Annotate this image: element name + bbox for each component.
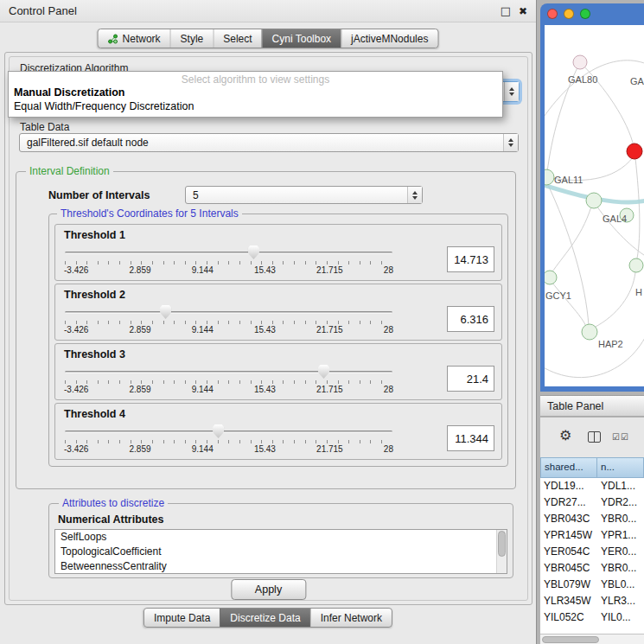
scrollbar-thumb[interactable] (542, 636, 599, 643)
threshold-4-label: Threshold 4 (64, 408, 494, 420)
slider-track[interactable] (65, 252, 392, 254)
table-cell[interactable]: YDR2... (597, 494, 644, 511)
slider-thumb[interactable] (160, 305, 171, 319)
close-icon[interactable]: ✖ (519, 6, 527, 16)
column-header-shared-name[interactable]: shared... (540, 457, 597, 478)
threshold-1-slider[interactable]: -3.426 2.859 9.144 15.43 21.715 28 (64, 243, 393, 276)
number-of-intervals-combobox[interactable]: 5 (185, 186, 423, 204)
close-traffic-light-icon[interactable] (547, 9, 558, 19)
table-cell[interactable]: YBR045C (540, 560, 597, 577)
zoom-traffic-light-icon[interactable] (580, 9, 590, 19)
tab-impute-data[interactable]: Impute Data (144, 609, 220, 627)
tab-cyni-toolbox[interactable]: Cyni Toolbox (262, 29, 341, 48)
threshold-3-value-field[interactable]: 21.4 (447, 366, 494, 392)
table-cell[interactable]: YDR27... (540, 494, 597, 511)
scale-label: 28 (384, 444, 393, 454)
threshold-1-value-field[interactable]: 14.713 (447, 246, 494, 272)
horizontal-scrollbar[interactable] (540, 634, 644, 644)
minimize-traffic-light-icon[interactable] (564, 9, 574, 19)
table-cell[interactable]: YBR0... (597, 560, 644, 577)
scale-label: -3.426 (64, 385, 88, 394)
threshold-2-slider[interactable]: -3.426 2.859 9.144 15.43 21.715 28 (64, 303, 393, 335)
table-row[interactable]: YBL079WYBL0... (540, 577, 644, 593)
table-cell[interactable]: YPR145W (540, 527, 597, 544)
scale-label: 9.144 (192, 385, 214, 394)
network-node-selected[interactable] (627, 143, 642, 159)
slider-track[interactable] (65, 430, 392, 433)
table-row[interactable]: YER054CYER0... (540, 544, 644, 560)
combobox-stepper-icon (503, 134, 518, 151)
network-canvas[interactable]: GAL80 GA GAL11 GAL4 GCY1 HAP2 H (545, 25, 644, 386)
table-panel-header[interactable]: Table Panel (540, 395, 644, 417)
tab-label: Select (223, 33, 252, 45)
table-cell[interactable]: YBR043C (540, 511, 597, 527)
table-cell[interactable]: YBL0... (597, 577, 644, 593)
table-row[interactable]: YIL052CYIL0... (540, 609, 644, 626)
slider-thumb[interactable] (213, 424, 224, 438)
list-scrollbar[interactable] (496, 530, 507, 573)
float-window-icon[interactable]: □ (501, 5, 511, 16)
table-cell[interactable]: YDL19... (540, 478, 597, 494)
network-node[interactable] (545, 169, 554, 185)
control-panel-window: Control Panel □ ✖ Network Style Select C… (0, 0, 537, 644)
combobox-stepper-icon (407, 187, 422, 203)
scale-label: 28 (384, 325, 393, 335)
tab-discretize-data[interactable]: Discretize Data (220, 609, 309, 627)
dropdown-option-manual-discretization[interactable]: Manual Discretization (9, 86, 502, 99)
tab-style[interactable]: Style (170, 29, 214, 48)
table-cell[interactable]: YDL1... (597, 478, 644, 494)
table-data-combobox[interactable]: galFiltered.sif default node (19, 133, 519, 152)
network-node[interactable] (629, 258, 643, 272)
select-columns-checkboxes-icon[interactable]: ☑☑ (612, 433, 629, 442)
apply-button[interactable]: Apply (231, 579, 306, 600)
table-data-label: Table Data (20, 121, 69, 133)
table-cell[interactable]: YLR345W (540, 593, 597, 609)
table-row[interactable]: YLR345WYLR3... (540, 593, 644, 609)
scale-label: 9.144 (192, 444, 214, 454)
table-row[interactable]: YDR27...YDR2... (540, 494, 644, 511)
tab-network[interactable]: Network (99, 29, 170, 48)
table-cell[interactable]: YIL0... (597, 609, 644, 626)
table-cell[interactable]: YBR0... (597, 511, 644, 527)
scrollbar-thumb[interactable] (498, 531, 506, 557)
columns-icon[interactable] (588, 431, 601, 443)
network-node[interactable] (586, 193, 602, 208)
tab-infer-network[interactable]: Infer Network (310, 609, 392, 627)
slider-track[interactable] (65, 311, 392, 314)
attributes-to-discretize-group: Attributes to discretize Numerical Attri… (48, 497, 513, 578)
gear-icon[interactable]: ⚙ (559, 429, 571, 443)
threshold-4-value-field[interactable]: 11.344 (447, 425, 494, 451)
numerical-attributes-list[interactable]: SelfLoops TopologicalCoefficient Between… (54, 529, 507, 574)
table-row[interactable]: YDL19...YDL1... (540, 478, 644, 494)
scale-label: 15.43 (254, 325, 276, 335)
table-cell[interactable]: YPR1... (597, 527, 644, 544)
threshold-4-slider[interactable]: -3.426 2.859 9.144 15.43 21.715 28 (64, 422, 393, 455)
tab-select[interactable]: Select (213, 29, 261, 48)
tab-jactivemnodules[interactable]: jActiveMNodules (341, 29, 437, 48)
slider-thumb[interactable] (248, 245, 259, 259)
table-cell[interactable]: YLR3... (597, 593, 644, 609)
network-graph[interactable]: GAL80 GA GAL11 GAL4 GCY1 HAP2 H (545, 25, 644, 386)
list-item-topologicalcoefficient[interactable]: TopologicalCoefficient (55, 545, 507, 559)
slider-track[interactable] (65, 371, 392, 373)
network-node[interactable] (545, 271, 557, 284)
table-body[interactable]: YDL19...YDL1... YDR27...YDR2... YBR043CY… (540, 478, 644, 634)
table-cell[interactable]: YER0... (597, 544, 644, 560)
slider-thumb[interactable] (318, 365, 329, 379)
table-cell[interactable]: YBL079W (540, 577, 597, 593)
table-cell[interactable]: YER054C (540, 544, 597, 560)
threshold-3-slider[interactable]: -3.426 2.859 9.144 15.43 21.715 28 (64, 362, 393, 395)
network-view-window[interactable]: GAL80 GA GAL11 GAL4 GCY1 HAP2 H (540, 3, 644, 392)
table-row[interactable]: YPR145WYPR1... (540, 527, 644, 544)
control-panel-titlebar[interactable]: Control Panel □ ✖ (0, 0, 536, 22)
threshold-2-value-field[interactable]: 6.316 (447, 306, 494, 332)
dropdown-option-equal-width-frequency[interactable]: Equal Width/Frequency Discretization (9, 99, 502, 113)
table-row[interactable]: YBR043CYBR0... (540, 511, 644, 527)
column-header-name[interactable]: n... (597, 457, 644, 478)
list-item-selfloops[interactable]: SelfLoops (55, 530, 507, 545)
table-cell[interactable]: YIL052C (540, 609, 597, 626)
network-node[interactable] (573, 55, 587, 69)
network-node[interactable] (582, 324, 597, 340)
list-item-betweennesscentrality[interactable]: BetweennessCentrality (55, 559, 507, 574)
table-row[interactable]: YBR045CYBR0... (540, 560, 644, 577)
